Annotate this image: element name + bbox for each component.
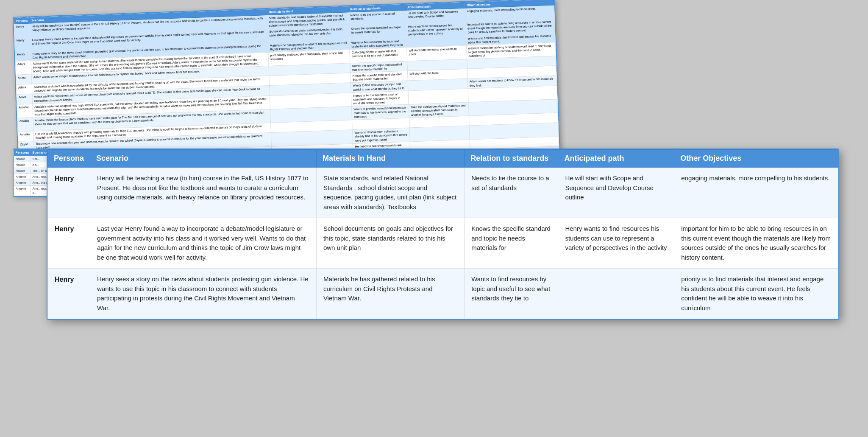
fg-cell-scenario: Henry sees a story on the news about stu… xyxy=(90,269,317,319)
bg-cell-persona: Amable xyxy=(18,131,33,141)
fg-table-row: HenryHenry will be teaching a new (to hi… xyxy=(48,168,838,218)
bg-cell-anticipated xyxy=(410,126,470,141)
bg-cell-persona: Henry xyxy=(14,37,31,51)
fg-cell-persona: Henry xyxy=(48,218,90,269)
side-cell-persona: Annette xyxy=(14,174,31,180)
fg-col-header: Relation to standards xyxy=(465,150,558,168)
bg-cell-persona: Adara xyxy=(15,61,31,75)
fg-cell-materials: Materials he has gathered related to his… xyxy=(316,269,464,319)
fg-cell-relation: Wants to find resources by topic and use… xyxy=(465,269,558,319)
bg-cell-relation: Wants to provide instructional approach … xyxy=(352,104,409,120)
side-col-header: Persona xyxy=(14,149,31,156)
fg-cell-other: priority is to find materials that inter… xyxy=(674,269,838,319)
bg-cell-persona: Adara xyxy=(16,74,31,84)
bg-cell-persona: Adara xyxy=(16,84,32,94)
fg-cell-persona: Henry xyxy=(48,168,90,218)
side-cell-persona: Natalie xyxy=(14,162,31,168)
fg-table-row: HenryLast year Henry found a way to inco… xyxy=(48,218,838,269)
fg-col-header: Anticipated path xyxy=(558,150,674,168)
bg-cell-persona: Henry xyxy=(14,23,30,38)
bg-cell-relation: Knows the specific standard and topic he… xyxy=(349,24,406,39)
fg-col-header: Materials In Hand xyxy=(316,150,464,168)
fg-col-header: Other Objectives xyxy=(674,150,838,168)
foreground-main-table: PersonaScenarioMaterials In HandRelation… xyxy=(47,148,839,320)
bg-cell-anticipated: will start with the topics she wants to … xyxy=(407,45,467,61)
fg-cell-anticipated xyxy=(558,269,674,319)
side-cell-persona: Annette xyxy=(14,180,31,186)
fg-cell-materials: School documents on goals and objectives… xyxy=(316,218,464,269)
fg-col-header: Scenario xyxy=(90,150,317,168)
bg-cell-anticipated: Henry wants to find resources his studen… xyxy=(406,22,466,38)
bg-cell-anticipated xyxy=(409,89,468,104)
fg-cell-relation: Knows the specific standard and topic he… xyxy=(465,218,558,269)
fg-cell-other: important for him to be able to bring re… xyxy=(674,218,838,269)
bg-cell-anticipated: He will start with Scope and Sequence an… xyxy=(406,8,465,24)
bg-cell-persona: Henry xyxy=(15,51,31,61)
fg-cell-materials: State standards, and related National St… xyxy=(316,168,464,218)
side-cell-persona: Annette xyxy=(14,186,31,196)
fg-col-header: Persona xyxy=(48,150,90,168)
bg-cell-persona: Amable xyxy=(17,104,33,118)
side-cell-persona: Natalie xyxy=(14,168,31,174)
fg-table-row: HenryHenry sees a story on the news abou… xyxy=(48,269,838,319)
fg-cell-other: engaging materials, more compelling to h… xyxy=(674,168,838,218)
bg-cell-persona: Amable xyxy=(17,118,33,132)
fg-cell-scenario: Last year Henry found a way to incorpora… xyxy=(90,218,317,269)
fg-cell-scenario: Henry will be teaching a new (to him) co… xyxy=(90,168,317,218)
bg-cell-anticipated: Take the curriculum aligned materials an… xyxy=(409,102,469,118)
bg-cell-relation: Needs to tie the course to a set of stan… xyxy=(348,10,406,26)
bg-col-header: Persona xyxy=(14,17,30,24)
fg-cell-relation: Needs to tie the course to a set of stan… xyxy=(465,168,558,218)
bg-cell-relation: Collecting pieces of materials that comb… xyxy=(350,48,407,63)
bg-cell-relation: Wants to choose from collections already… xyxy=(353,128,410,143)
bg-cell-persona: Adara xyxy=(17,94,32,104)
fg-cell-anticipated: He will start with Scope and Sequence an… xyxy=(558,168,674,218)
side-cell-persona: Natalie xyxy=(14,156,31,162)
fg-cell-persona: Henry xyxy=(48,269,90,319)
bg-cell-relation: Needs to tie the course to a set of stan… xyxy=(351,91,409,106)
fg-cell-anticipated: Henry wants to find resources his studen… xyxy=(558,218,674,269)
